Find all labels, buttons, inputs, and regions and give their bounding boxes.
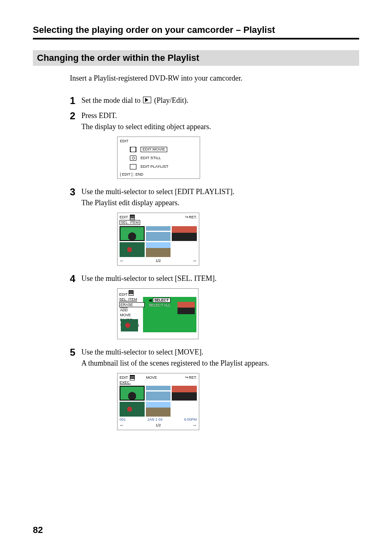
lcd-panel-menu: EDIT SEL. ITEM ERASE ADD MOVE DIVIDE RET… (117, 288, 198, 339)
pager-text: 1/2 (156, 423, 161, 427)
step-text: (Play/Edit). (152, 96, 188, 104)
menu-item: ADD (119, 308, 145, 312)
step-number: 5 (70, 348, 81, 369)
info-time: 6:00PM (184, 417, 197, 422)
step-number: 1 (70, 96, 81, 106)
tab-label: SEL. ITEM (120, 220, 140, 225)
submenu-item-selected: SELECT (153, 298, 171, 303)
intro-text: Insert a Playlist-registered DVD-RW into… (70, 74, 359, 83)
menu-item: MOVE (119, 313, 145, 317)
step-1: 1 Set the mode dial to (Play/Edit). (70, 95, 359, 106)
thumbnail (120, 402, 145, 417)
thumbnail (172, 386, 197, 401)
playlist-icon (130, 215, 135, 220)
step-5: 5 Use the multi-selector to select [MOVE… (70, 347, 359, 369)
exec-label: EXEC. (120, 380, 197, 385)
step-number: 2 (70, 111, 81, 132)
film-icon (130, 147, 136, 152)
page-number: 82 (33, 525, 43, 535)
thumbnail (121, 319, 138, 331)
menu-item-selected: ERASE (119, 302, 145, 307)
step-text: The display to select editing object app… (81, 121, 211, 132)
arrow-left-icon (120, 422, 125, 428)
lcd-title: EDIT (119, 292, 127, 297)
camera-icon (130, 155, 136, 161)
arrow-right-icon (192, 422, 197, 428)
lcd-hint: [ EDIT ] : END (120, 173, 197, 177)
menu-option: EDIT STILL (141, 156, 161, 160)
step-4: 4 Use the multi-selector to select [SEL.… (70, 273, 359, 284)
ret-label: RET. (189, 375, 197, 380)
playlist-icon (130, 375, 135, 380)
info-id: 001 (120, 417, 126, 422)
thumbnail (120, 386, 145, 401)
lcd-panel-playlist: EDIT RET. SEL. ITEM 1/2 (117, 213, 199, 266)
thumbnail (172, 226, 197, 241)
thumbnail (146, 402, 171, 417)
thumbnail (120, 226, 145, 241)
thumbnail (178, 302, 195, 314)
thumbnail (146, 242, 171, 257)
step-text: Set the mode dial to (81, 96, 142, 104)
step-2: 2 Press EDIT. The display to select edit… (70, 110, 359, 132)
submenu-item: SELECT ALL (149, 303, 171, 307)
step-text: Use the multi-selector to select [SEL. I… (81, 273, 217, 284)
page-title: Selecting the playing order on your camc… (33, 25, 359, 39)
menu-sub: SEL. ITEM (119, 297, 145, 301)
menu-option: EDIT PLAYLIST (141, 164, 168, 169)
step-text: Press EDIT. (81, 110, 211, 121)
step-text: A thumbnail list of the scenes registere… (81, 358, 269, 369)
thumbnail (146, 226, 171, 241)
step-text: Use the multi-selector to select [EDIT P… (81, 186, 234, 197)
playlist-icon (129, 290, 134, 296)
pager-text: 1/2 (156, 259, 161, 263)
lcd-title: EDIT (120, 375, 128, 380)
step-text: The Playlist edit display appears. (81, 197, 234, 208)
step-number: 4 (70, 274, 81, 284)
arrow-right-icon (192, 258, 197, 264)
lcd-panel-move: EDIT MOVE RET. EXEC. 001 JAN 1 04 6:00PM… (117, 373, 199, 430)
thumbnail (146, 386, 171, 401)
thumbnail-empty (172, 242, 197, 257)
subsection-title: Changing the order within the Playlist (33, 50, 359, 66)
lcd-title: EDIT (120, 139, 197, 144)
lcd-panel-edit: EDIT EDIT MOVIE EDIT STILL EDIT PLAYLIST… (117, 137, 200, 179)
thumbnail (120, 242, 145, 257)
playlist-icon (130, 164, 136, 169)
step-3: 3 Use the multi-selector to select [EDIT… (70, 186, 359, 208)
step-text: Use the multi-selector to select [MOVE]. (81, 347, 269, 358)
ret-label: RET. (189, 215, 197, 219)
menu-option-selected: EDIT MOVIE (141, 147, 167, 152)
info-date: JAN 1 04 (147, 417, 162, 422)
thumbnail-empty (172, 402, 197, 417)
play-edit-icon (143, 97, 151, 103)
step-number: 3 (70, 187, 81, 208)
arrow-left-icon (120, 258, 125, 264)
lcd-title: EDIT (120, 215, 128, 219)
mode-label: MOVE (146, 375, 157, 380)
